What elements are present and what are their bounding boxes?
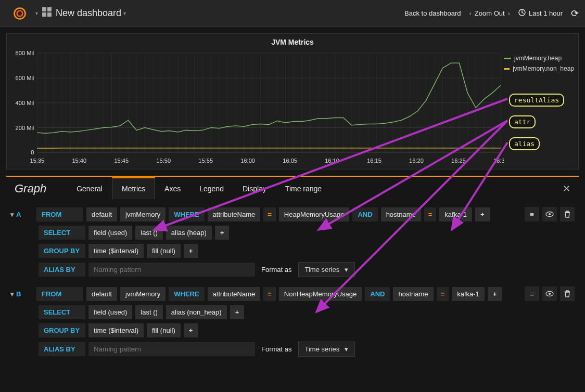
select-agg-token[interactable]: last () — [135, 226, 163, 240]
delete-query-icon[interactable] — [560, 286, 575, 301]
add-select-button[interactable]: + — [230, 305, 245, 319]
editor-tabs: General Metrics Axes Legend Display Time… — [67, 178, 331, 199]
from-keyword: FROM — [36, 287, 83, 301]
add-groupby-button[interactable]: + — [184, 323, 198, 337]
policy-token[interactable]: default — [86, 207, 117, 221]
panel-title[interactable]: JVM Metrics — [7, 34, 578, 50]
query-menu-icon[interactable]: ≡ — [525, 207, 539, 221]
svg-rect-5 — [47, 12, 52, 17]
query-aliasby-row: ALIAS BY Format as Time series ▾ — [6, 339, 579, 359]
legend-swatch — [504, 58, 511, 59]
zoom-out-button[interactable]: Zoom Out — [475, 9, 505, 17]
legend-item-heap[interactable]: jvmMemory.heap — [504, 55, 574, 62]
legend-swatch — [504, 68, 510, 70]
query-from-row: ▾ B FROM default jvmMemory WHERE attribu… — [6, 284, 579, 303]
add-select-button[interactable]: + — [215, 226, 230, 240]
aliasby-keyword: ALIAS BY — [39, 263, 85, 277]
equals-operator[interactable]: = — [424, 207, 437, 221]
equals-operator[interactable]: = — [263, 287, 276, 301]
clock-icon — [518, 9, 526, 18]
editor-type-title[interactable]: Graph — [15, 182, 46, 195]
query-aliasby-row: ALIAS BY Format as Time series ▾ — [6, 260, 579, 279]
svg-point-87 — [549, 213, 551, 215]
svg-rect-4 — [42, 12, 46, 17]
chart-canvas[interactable]: 0200 Mil400 Mil600 Mil800 Mil15:3515:401… — [11, 50, 504, 165]
select-alias-token[interactable]: alias (non_heap) — [166, 305, 227, 319]
svg-text:15:55: 15:55 — [198, 158, 213, 164]
delete-query-icon[interactable] — [560, 207, 575, 221]
groupby-keyword: GROUP BY — [39, 323, 85, 337]
tag-key-token[interactable]: attributeName — [208, 287, 261, 301]
tag-value-token[interactable]: NonHeapMemoryUsage — [279, 287, 362, 301]
tag-value-token[interactable]: kafka-1 — [439, 207, 472, 221]
add-tag-button[interactable]: + — [488, 287, 502, 301]
tab-legend[interactable]: Legend — [190, 178, 233, 199]
tag-key-token[interactable]: hostname — [381, 207, 421, 221]
groupby-fill-token[interactable]: fill (null) — [147, 244, 181, 258]
where-keyword: WHERE — [169, 207, 204, 221]
tab-display[interactable]: Display — [233, 178, 276, 199]
app-menu-chevron[interactable]: ▾ — [35, 10, 38, 16]
svg-text:400 Mil: 400 Mil — [16, 100, 34, 106]
caret-down-icon: ▾ — [345, 266, 348, 273]
tag-key-token[interactable]: attributeName — [208, 207, 261, 221]
legend-label: jvmMemory.heap — [514, 55, 562, 62]
chevron-left-icon[interactable]: ‹ — [469, 9, 471, 17]
equals-operator[interactable]: = — [437, 287, 449, 301]
svg-text:15:40: 15:40 — [72, 158, 86, 164]
query-menu-icon[interactable]: ≡ — [525, 286, 539, 301]
toggle-visibility-icon[interactable] — [542, 207, 557, 221]
format-as-value: Time series — [305, 345, 340, 353]
groupby-fill-token[interactable]: fill (null) — [147, 323, 181, 337]
time-range-picker[interactable]: Last 1 hour — [518, 9, 563, 18]
equals-operator[interactable]: = — [263, 207, 276, 221]
tag-key-token[interactable]: hostname — [393, 287, 433, 301]
legend-label: jvmMemory.non_heap — [513, 65, 574, 72]
tab-axes[interactable]: Axes — [155, 178, 190, 199]
svg-rect-3 — [47, 7, 52, 11]
svg-text:800 Mil: 800 Mil — [16, 50, 34, 56]
add-groupby-button[interactable]: + — [184, 244, 198, 258]
chevron-right-icon[interactable]: › — [508, 9, 510, 17]
select-field-token[interactable]: field (used) — [88, 226, 132, 240]
legend-item-nonheap[interactable]: jvmMemory.non_heap — [504, 65, 574, 72]
close-editor-icon[interactable]: ✕ — [563, 183, 570, 194]
back-to-dashboard[interactable]: Back to dashboard — [404, 9, 461, 17]
query-letter-toggle[interactable]: ▾ B — [10, 290, 33, 298]
svg-text:16:10: 16:10 — [325, 158, 339, 164]
tab-time-range[interactable]: Time range — [276, 178, 331, 199]
measurement-token[interactable]: jvmMemory — [120, 207, 166, 221]
tag-value-token[interactable]: kafka-1 — [452, 287, 485, 301]
select-field-token[interactable]: field (used) — [88, 305, 132, 319]
groupby-time-token[interactable]: time ($interval) — [88, 323, 144, 337]
alias-pattern-input[interactable] — [88, 342, 255, 356]
tab-general[interactable]: General — [67, 178, 112, 199]
toggle-visibility-icon[interactable] — [542, 286, 557, 301]
top-nav: ▾ New dashboard ▾ Back to dashboard ‹ Zo… — [0, 0, 585, 27]
query-select-row: SELECT field (used) last () alias (heap)… — [6, 224, 579, 242]
format-as-select[interactable]: Time series ▾ — [298, 342, 355, 357]
dashboard-picker[interactable]: New dashboard ▾ — [42, 7, 126, 19]
query-letter-toggle[interactable]: ▾ A — [10, 211, 33, 218]
alias-pattern-input[interactable] — [88, 263, 255, 277]
groupby-time-token[interactable]: time ($interval) — [88, 244, 144, 258]
svg-text:16:25: 16:25 — [451, 158, 466, 164]
and-keyword: AND — [365, 287, 390, 301]
format-as-select[interactable]: Time series ▾ — [298, 262, 355, 277]
select-alias-token[interactable]: alias (heap) — [166, 226, 212, 240]
panel-editor: Graph General Metrics Axes Legend Displa… — [6, 176, 579, 363]
query-select-row: SELECT field (used) last () alias (non_h… — [6, 303, 579, 321]
tab-metrics[interactable]: Metrics — [112, 177, 155, 199]
svg-text:16:00: 16:00 — [240, 158, 255, 164]
grafana-logo[interactable] — [6, 3, 33, 24]
svg-text:16:30: 16:30 — [493, 158, 504, 164]
query-groupby-row: GROUP BY time ($interval) fill (null) + — [6, 321, 579, 339]
svg-text:16:15: 16:15 — [367, 158, 381, 164]
select-agg-token[interactable]: last () — [135, 305, 163, 319]
svg-text:16:20: 16:20 — [409, 158, 424, 164]
add-tag-button[interactable]: + — [475, 207, 490, 221]
refresh-button[interactable]: ⟳ — [571, 8, 579, 19]
policy-token[interactable]: default — [86, 287, 117, 301]
measurement-token[interactable]: jvmMemory — [120, 287, 166, 301]
tag-value-token[interactable]: HeapMemoryUsage — [279, 207, 350, 221]
